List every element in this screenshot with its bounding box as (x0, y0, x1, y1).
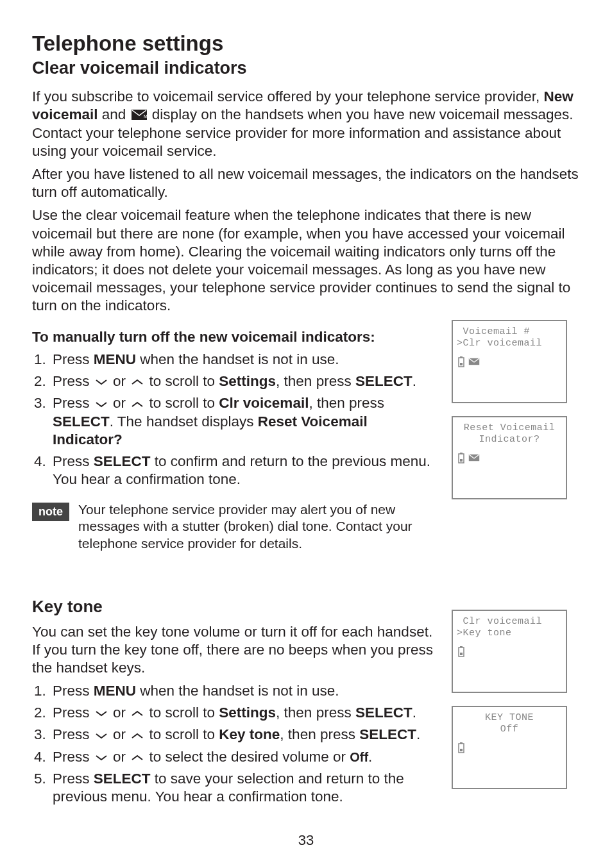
menu-ref: Settings (219, 705, 276, 721)
text: Press (53, 771, 94, 787)
page-number: 33 (0, 832, 612, 849)
section-title: Key tone (32, 597, 439, 617)
svg-rect-7 (460, 453, 463, 454)
svg-rect-15 (460, 749, 463, 751)
text: to scroll to (145, 726, 219, 742)
chevron-down-icon (95, 754, 108, 762)
text: Press (53, 749, 94, 765)
chevron-up-icon (131, 732, 144, 740)
voicemail-envelope-icon: M (132, 106, 147, 124)
text: . (368, 749, 372, 765)
svg-rect-11 (460, 646, 463, 647)
text: when the handset is not in use. (136, 351, 339, 367)
lcd-line: Off (457, 724, 562, 735)
button-ref: SELECT (94, 771, 151, 787)
button-ref: SELECT (53, 413, 110, 430)
paragraph: After you have listened to all new voice… (32, 165, 580, 201)
text: Press (53, 453, 94, 469)
text: Press (53, 683, 94, 699)
option-ref: Off (350, 750, 368, 764)
button-ref: MENU (94, 351, 136, 367)
text: or (109, 373, 130, 389)
text: Press (53, 351, 94, 367)
handset-screen: Voicemail # >Clr voicemail (452, 320, 567, 403)
battery-icon (457, 356, 466, 367)
button-ref: SELECT (355, 705, 412, 721)
text: . (412, 705, 416, 721)
text: Press (53, 373, 94, 389)
text: to select the desired volume or (145, 749, 350, 765)
svg-rect-12 (460, 653, 463, 655)
button-ref: SELECT (359, 726, 416, 742)
lcd-line: >Key tone (457, 628, 562, 639)
chevron-up-icon (131, 401, 144, 408)
text: and (98, 106, 130, 122)
text: , then press (276, 705, 355, 721)
menu-ref: Settings (219, 373, 276, 389)
battery-icon (457, 646, 466, 657)
note-badge: note (32, 503, 69, 521)
text: . The handset displays (110, 413, 258, 430)
page-title: Telephone settings (32, 32, 580, 55)
button-ref: SELECT (355, 373, 412, 389)
handset-screen: KEY TONE Off (452, 706, 567, 789)
note-text: Your telephone service provider may aler… (78, 501, 439, 552)
lcd-line: Indicator? (457, 434, 562, 446)
svg-rect-14 (460, 742, 463, 744)
lcd-line: Clr voicemail (457, 616, 562, 628)
text: when the handset is not in use. (136, 683, 339, 699)
chevron-up-icon (131, 378, 144, 386)
text: . (412, 373, 416, 389)
menu-ref: Clr voicemail (219, 395, 309, 411)
lcd-line: >Clr voicemail (457, 338, 562, 349)
chevron-down-icon (95, 401, 108, 408)
step: Press MENU when the handset is not in us… (50, 351, 439, 369)
chevron-down-icon (95, 732, 108, 740)
text: Press (53, 726, 94, 742)
battery-icon (457, 452, 466, 463)
step-list: Press MENU when the handset is not in us… (32, 351, 439, 488)
chevron-down-icon (95, 378, 108, 386)
step: Press or to scroll to Key tone, then pre… (50, 726, 439, 744)
lcd-line: Reset Voicemail (457, 422, 562, 434)
svg-rect-8 (460, 459, 463, 462)
procedure-heading: To manually turn off the new voicemail i… (32, 329, 439, 346)
handset-screen: Clr voicemail >Key tone (452, 610, 567, 693)
text: to scroll to (145, 373, 219, 389)
svg-text:M: M (144, 114, 147, 119)
button-ref: SELECT (94, 453, 151, 469)
step: Press SELECT to save your selection and … (50, 770, 439, 806)
step-list: Press MENU when the handset is not in us… (32, 682, 439, 806)
text: to scroll to (145, 395, 219, 411)
envelope-icon (468, 358, 480, 365)
text: , then press (276, 373, 355, 389)
text: or (109, 705, 130, 721)
step: Press SELECT to confirm and return to th… (50, 453, 439, 488)
section-title: Clear voicemail indicators (32, 58, 580, 78)
battery-icon (457, 742, 466, 753)
text: or (109, 726, 130, 742)
text: Press (53, 705, 94, 721)
step: Press or to scroll to Settings, then pre… (50, 704, 439, 722)
text: or (109, 749, 130, 765)
svg-rect-3 (460, 356, 463, 358)
text: , then press (280, 726, 359, 742)
menu-ref: Key tone (219, 726, 280, 742)
svg-rect-4 (460, 363, 463, 365)
button-ref: MENU (94, 683, 136, 699)
text: , then press (309, 395, 384, 411)
lcd-line: KEY TONE (457, 712, 562, 724)
envelope-icon (468, 454, 480, 462)
text: to scroll to (145, 705, 219, 721)
step: Press MENU when the handset is not in us… (50, 682, 439, 700)
note-block: note Your telephone service provider may… (32, 501, 439, 552)
paragraph: Use the clear voicemail feature when the… (32, 206, 580, 315)
handset-screen: Reset Voicemail Indicator? (452, 416, 567, 499)
paragraph: You can set the key tone volume or turn … (32, 623, 439, 677)
step: Press or to scroll to Clr voicemail, the… (50, 394, 439, 448)
chevron-up-icon (131, 710, 144, 717)
paragraph: If you subscribe to voicemail service of… (32, 88, 580, 161)
step: Press or to select the desired volume or… (50, 748, 439, 766)
step: Press or to scroll to Settings, then pre… (50, 372, 439, 390)
text: . (416, 726, 420, 742)
